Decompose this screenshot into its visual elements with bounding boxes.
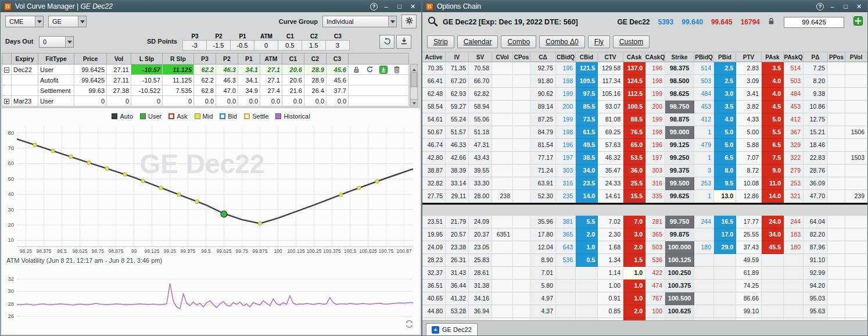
chain-cell-k-100.375[interactable]: 100.375: [665, 280, 694, 292]
chain-col-pvol[interactable]: PVol: [845, 52, 867, 62]
chain-cell-pa-99.000[interactable]: 5.5: [762, 126, 784, 139]
chain-cell-pa-99.500[interactable]: 11.0: [762, 177, 784, 190]
chain-cell-k-99.000[interactable]: 99.000: [665, 126, 694, 139]
chain-cell-pb-99.625[interactable]: 13.0: [714, 190, 736, 203]
chain-cell-pa-98.500[interactable]: 4.0: [762, 75, 784, 88]
chain-cell-cb-100.125[interactable]: 0.5: [576, 254, 598, 267]
chain-col-caq[interactable]: CAskQ: [645, 52, 665, 62]
chain-col-cvol[interactable]: CVol: [492, 52, 513, 62]
chain-cell-cb-99.250[interactable]: 38.5: [576, 152, 598, 165]
expand-icon[interactable]: [4, 99, 9, 104]
chain-cell-cb-99.000[interactable]: 61.5: [576, 126, 598, 139]
tab-fly[interactable]: Fly: [588, 35, 610, 48]
chain-cell-pa-100.000[interactable]: 45.5: [762, 241, 784, 254]
chain-cell-pb-98.750[interactable]: 3.5: [714, 101, 736, 113]
chain-cell-ca-100.500[interactable]: 1.0: [623, 292, 645, 305]
chain-cell-ca-98.750[interactable]: 100.5: [623, 101, 645, 113]
grid-link-icon[interactable]: [853, 16, 863, 28]
tab-ge-dec22[interactable]: + GE Dec22: [426, 323, 478, 335]
chain-cell-pb-99.125[interactable]: 5.0: [714, 139, 736, 152]
scroll-up-button[interactable]: [411, 65, 417, 72]
sd-value-p2[interactable]: -1.5: [206, 40, 231, 51]
chain-cell-ca-99.250[interactable]: 53.5: [623, 152, 645, 165]
chain-cell-k-99.500[interactable]: 99.500: [665, 177, 694, 190]
chain-col-ppos[interactable]: PPos: [828, 52, 845, 62]
user-atm-marker[interactable]: [221, 211, 227, 217]
chain-cell-cb-98.875[interactable]: 73.5: [576, 113, 598, 126]
chain-col-paq[interactable]: PAskQ: [784, 52, 804, 62]
chain-cell-ca-99.750[interactable]: 7.0: [623, 216, 645, 228]
refit-icon[interactable]: [363, 66, 376, 73]
trash-icon[interactable]: [390, 66, 403, 73]
sd-value-c3[interactable]: 3: [325, 40, 350, 51]
sd-value-p1[interactable]: -0.5: [230, 40, 254, 51]
chain-cell-k-99.250[interactable]: 99.250: [665, 152, 694, 165]
tab-combo[interactable]: Combo: [501, 35, 536, 48]
chain-cell-cb-99.750[interactable]: 5.5: [576, 216, 598, 228]
scroll-down-button[interactable]: [411, 99, 417, 106]
help-button[interactable]: ?: [370, 3, 378, 10]
chain-cell-k-98.750[interactable]: 98.750: [665, 101, 694, 113]
legend-ask[interactable]: Ask: [168, 113, 187, 120]
chain-cell-k-100.500[interactable]: 100.500: [665, 292, 694, 305]
chain-col-k[interactable]: Strike: [665, 52, 694, 62]
chain-cell-cb-99.375[interactable]: 34.0: [576, 165, 598, 177]
price-input[interactable]: [784, 17, 844, 28]
legend-historical[interactable]: Historical: [275, 113, 310, 120]
chain-cell-ca-98.375[interactable]: 137.0: [623, 62, 645, 75]
chain-col-pbq[interactable]: PBidQ: [694, 52, 714, 62]
titlebar-left[interactable]: Vol Curve Manager | GE Dec22 ? – □ ✕: [1, 1, 421, 12]
curve-cell-r-slp[interactable]: 11.125: [163, 65, 194, 75]
chain-cell-pa-99.875[interactable]: 34.0: [762, 228, 784, 241]
chain-cell-cb-99.625[interactable]: 14.0: [576, 190, 598, 203]
chain-col-cpos[interactable]: CPos: [513, 52, 530, 62]
chain-col-cbq[interactable]: CBidQ: [556, 52, 576, 62]
collapse-icon[interactable]: [4, 67, 9, 73]
chain-cell-pa-99.250[interactable]: 7.5: [762, 152, 784, 165]
tab-strip[interactable]: Strip: [427, 35, 454, 48]
scroll-thumb[interactable]: [411, 72, 417, 87]
lock-icon[interactable]: [768, 17, 774, 27]
chain-cell-cb-99.125[interactable]: 49.5: [576, 139, 598, 152]
chain-cell-pa-98.375[interactable]: 3.5: [762, 62, 784, 75]
legend-auto[interactable]: Auto: [112, 113, 133, 120]
tab-custom[interactable]: Custom: [613, 35, 650, 48]
curve-cell-p3[interactable]: 62.2: [194, 65, 216, 75]
chain-col-iv[interactable]: IV: [446, 52, 469, 62]
chain-cell-k-99.125[interactable]: 99.125: [665, 139, 694, 152]
chain-cell-ca-100.250[interactable]: 1.0: [623, 267, 645, 280]
chain-cell-cb-99.500[interactable]: 23.5: [576, 177, 598, 190]
chain-cell-pa-98.750[interactable]: 4.5: [762, 101, 784, 113]
chain-cell-cb-99.875[interactable]: 2.0: [576, 228, 598, 241]
sd-value-p3[interactable]: -3: [182, 40, 207, 51]
chain-col-cd[interactable]: CΔ: [530, 52, 556, 62]
chain-cell-pa-99.625[interactable]: 14.0: [762, 190, 784, 203]
chain-cell-pb-98.625[interactable]: 3.0: [714, 88, 736, 101]
curve-cell-c1[interactable]: 20.6: [282, 65, 304, 75]
curve-cell-p1[interactable]: 34.1: [238, 65, 260, 75]
chain-cell-k-99.750[interactable]: 99.750: [665, 216, 694, 228]
chain-cell-ca-98.625[interactable]: 112.5: [623, 88, 645, 101]
curve-cell-p2[interactable]: 46.3: [216, 65, 238, 75]
curve-cell-price[interactable]: 99.6425: [74, 65, 107, 75]
chain-cell-ca-99.125[interactable]: 65.0: [623, 139, 645, 152]
chain-cell-pb-99.875[interactable]: 17.0: [714, 228, 736, 241]
chain-cell-k-98.500[interactable]: 98.500: [665, 75, 694, 88]
chain-cell-pa-99.750[interactable]: 24.0: [762, 216, 784, 228]
chain-cell-pa-98.625[interactable]: 4.0: [762, 88, 784, 101]
chain-col-sv[interactable]: SV: [469, 52, 492, 62]
chain-col-pb[interactable]: PBid: [714, 52, 736, 62]
chain-cell-cb-100.000[interactable]: 1.0: [576, 241, 598, 254]
sd-value-atm[interactable]: 0: [254, 40, 278, 51]
reset-sd-button[interactable]: [379, 35, 394, 49]
close-button[interactable]: ✕: [408, 2, 418, 11]
chain-col-pd[interactable]: PΔ: [804, 52, 828, 62]
chain-cell-ca-100.000[interactable]: 2.0: [623, 241, 645, 254]
chain-cell-k-99.375[interactable]: 99.375: [665, 165, 694, 177]
apply-sd-button[interactable]: [396, 35, 411, 49]
maximize-button[interactable]: □: [841, 2, 851, 11]
chain-cell-k-98.625[interactable]: 98.625: [665, 88, 694, 101]
curve-cell-vol[interactable]: 27.11: [107, 65, 131, 75]
chain-cell-cb-98.500[interactable]: 109.5: [576, 75, 598, 88]
curve-cell-atm[interactable]: 27.1: [260, 65, 282, 75]
